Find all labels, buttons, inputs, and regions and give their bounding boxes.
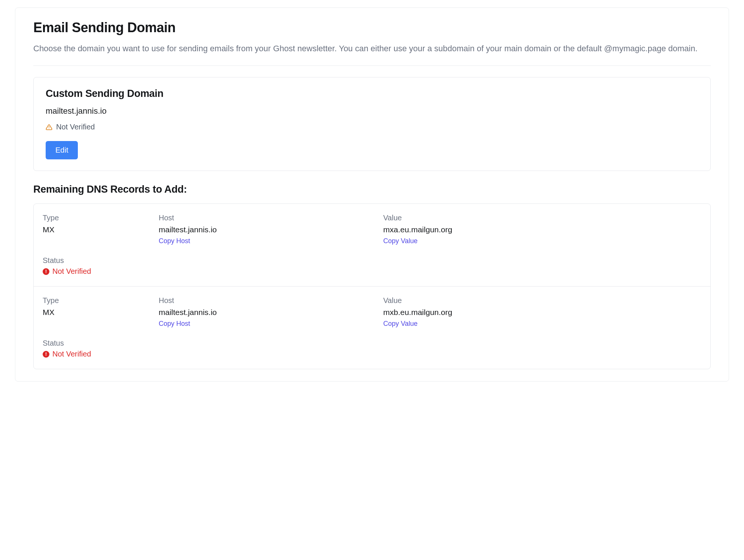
- host-value: mailtest.jannis.io: [159, 308, 372, 317]
- copy-host-link[interactable]: Copy Host: [159, 320, 190, 328]
- email-sending-domain-panel: Email Sending Domain Choose the domain y…: [15, 7, 729, 382]
- status-text: Not Verified: [52, 267, 91, 276]
- value-value: mxb.eu.mailgun.org: [383, 308, 701, 317]
- dns-record: Type MX Host mailtest.jannis.io Copy Hos…: [34, 287, 710, 369]
- warning-icon: [46, 124, 52, 131]
- custom-sending-domain-card: Custom Sending Domain mailtest.jannis.io…: [33, 77, 711, 171]
- host-value: mailtest.jannis.io: [159, 225, 372, 234]
- status-label: Status: [43, 256, 701, 265]
- page-title: Email Sending Domain: [33, 20, 711, 36]
- type-label: Type: [43, 214, 147, 222]
- type-label: Type: [43, 296, 147, 305]
- status-value: ! Not Verified: [43, 267, 701, 276]
- error-icon: !: [43, 268, 49, 275]
- host-label: Host: [159, 296, 372, 305]
- copy-value-link[interactable]: Copy Value: [383, 237, 418, 245]
- status-text: Not Verified: [52, 350, 91, 358]
- custom-domain-status: Not Verified: [46, 123, 698, 131]
- type-value: MX: [43, 225, 147, 234]
- copy-value-link[interactable]: Copy Value: [383, 320, 418, 328]
- divider: [33, 65, 711, 66]
- custom-domain-status-text: Not Verified: [56, 123, 95, 131]
- value-label: Value: [383, 296, 701, 305]
- status-value: ! Not Verified: [43, 350, 701, 358]
- page-description: Choose the domain you want to use for se…: [33, 42, 711, 55]
- edit-button[interactable]: Edit: [46, 141, 78, 159]
- dns-records-title: Remaining DNS Records to Add:: [33, 184, 711, 195]
- error-icon: !: [43, 351, 49, 358]
- status-label: Status: [43, 339, 701, 348]
- custom-domain-title: Custom Sending Domain: [46, 88, 698, 100]
- dns-record: Type MX Host mailtest.jannis.io Copy Hos…: [34, 204, 710, 287]
- host-label: Host: [159, 214, 372, 222]
- value-value: mxa.eu.mailgun.org: [383, 225, 701, 234]
- custom-domain-value: mailtest.jannis.io: [46, 106, 698, 116]
- dns-records-list: Type MX Host mailtest.jannis.io Copy Hos…: [33, 204, 711, 369]
- value-label: Value: [383, 214, 701, 222]
- type-value: MX: [43, 308, 147, 317]
- copy-host-link[interactable]: Copy Host: [159, 237, 190, 245]
